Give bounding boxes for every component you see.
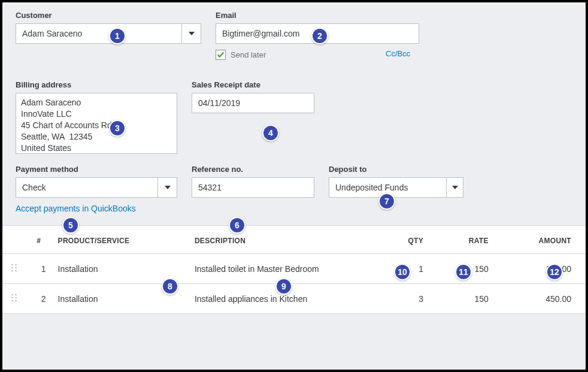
- annotation-badge: 4: [262, 125, 279, 141]
- annotation-badge: 8: [162, 278, 178, 295]
- svg-point-4: [11, 270, 13, 272]
- payment-method-dropdown-button[interactable]: [157, 178, 177, 197]
- svg-point-7: [15, 294, 17, 296]
- reference-no-field: Reference no.: [192, 165, 314, 213]
- payment-method-input[interactable]: [16, 178, 157, 197]
- col-header-num: #: [26, 226, 51, 254]
- send-later-label: Send later: [231, 50, 266, 59]
- svg-point-8: [11, 297, 13, 299]
- svg-point-0: [11, 264, 13, 266]
- deposit-to-label: Deposit to: [329, 165, 463, 174]
- line-number: 2: [26, 284, 51, 314]
- annotation-badge: 5: [62, 217, 79, 234]
- customer-combo[interactable]: [16, 23, 201, 44]
- line-items-table-area: # PRODUCT/SERVICE DESCRIPTION QTY RATE A…: [2, 225, 586, 314]
- top-section: Customer Email Send later Cc/B: [2, 2, 586, 60]
- billing-address-label: Billing address: [16, 80, 177, 89]
- table-row[interactable]: 1 Installation Installed toilet in Maste…: [2, 254, 586, 284]
- line-qty[interactable]: 3: [377, 284, 429, 314]
- email-label: Email: [216, 11, 419, 20]
- mid-section-2: Payment method Accept payments in QuickB…: [2, 154, 586, 213]
- mid-section-1: Billing address Sales Receipt date: [2, 60, 586, 154]
- caret-down-icon: [189, 32, 195, 35]
- reference-no-label: Reference no.: [192, 165, 314, 174]
- svg-point-2: [11, 267, 13, 269]
- line-amount[interactable]: 150.00: [495, 254, 586, 284]
- billing-address-field: Billing address: [16, 80, 177, 154]
- customer-dropdown-button[interactable]: [181, 24, 201, 43]
- receipt-date-field: Sales Receipt date: [192, 80, 314, 154]
- drag-handle-icon[interactable]: [2, 254, 26, 284]
- svg-point-6: [11, 294, 13, 296]
- table-row[interactable]: 2 Installation Installed appliances in K…: [2, 284, 586, 314]
- receipt-date-input[interactable]: [192, 93, 314, 113]
- col-header-description: DESCRIPTION: [189, 226, 377, 254]
- col-header-amount: AMOUNT: [495, 226, 586, 254]
- accept-payments-link[interactable]: Accept payments in QuickBooks: [16, 204, 177, 213]
- annotation-badge: 11: [455, 264, 472, 280]
- svg-point-11: [15, 300, 17, 302]
- annotation-badge: 1: [109, 28, 126, 44]
- svg-point-3: [15, 267, 17, 269]
- customer-label: Customer: [16, 11, 201, 20]
- annotation-badge: 10: [394, 264, 411, 280]
- payment-method-combo[interactable]: [16, 177, 177, 198]
- billing-address-textarea[interactable]: [16, 93, 177, 154]
- annotation-badge: 3: [109, 120, 126, 137]
- line-items-table: # PRODUCT/SERVICE DESCRIPTION QTY RATE A…: [2, 226, 586, 314]
- reference-no-input[interactable]: [192, 178, 314, 197]
- receipt-date-input-wrap: [192, 93, 314, 113]
- line-rate[interactable]: 150: [429, 284, 495, 314]
- deposit-to-combo[interactable]: [329, 177, 463, 198]
- annotation-badge: 7: [378, 193, 395, 210]
- svg-point-10: [11, 300, 13, 302]
- col-header-rate: RATE: [429, 226, 495, 254]
- annotation-badge: 12: [546, 264, 563, 280]
- line-number: 1: [26, 254, 51, 284]
- col-header-qty: QTY: [377, 226, 429, 254]
- payment-method-field: Payment method Accept payments in QuickB…: [16, 165, 177, 213]
- annotation-badge: 6: [229, 217, 245, 234]
- annotation-badge: 2: [311, 28, 328, 44]
- svg-point-5: [15, 270, 17, 272]
- customer-field: Customer: [16, 11, 201, 60]
- receipt-date-label: Sales Receipt date: [192, 80, 314, 89]
- table-header-row: # PRODUCT/SERVICE DESCRIPTION QTY RATE A…: [2, 226, 586, 254]
- reference-no-input-wrap: [192, 177, 314, 198]
- drag-handle-icon[interactable]: [2, 284, 26, 314]
- send-later-checkbox[interactable]: [216, 50, 226, 60]
- caret-down-icon: [452, 186, 458, 189]
- deposit-to-dropdown-button[interactable]: [446, 178, 463, 197]
- sales-receipt-form: Customer Email Send later Cc/B: [2, 2, 586, 370]
- line-amount[interactable]: 450.00: [495, 284, 586, 314]
- caret-down-icon: [165, 186, 171, 189]
- customer-input[interactable]: [16, 24, 181, 43]
- annotation-badge: 9: [275, 278, 292, 295]
- deposit-to-field: Deposit to: [329, 165, 463, 213]
- svg-point-1: [15, 264, 17, 266]
- svg-point-9: [15, 297, 17, 299]
- payment-method-label: Payment method: [16, 165, 177, 174]
- cc-bcc-link[interactable]: Cc/Bcc: [386, 49, 410, 58]
